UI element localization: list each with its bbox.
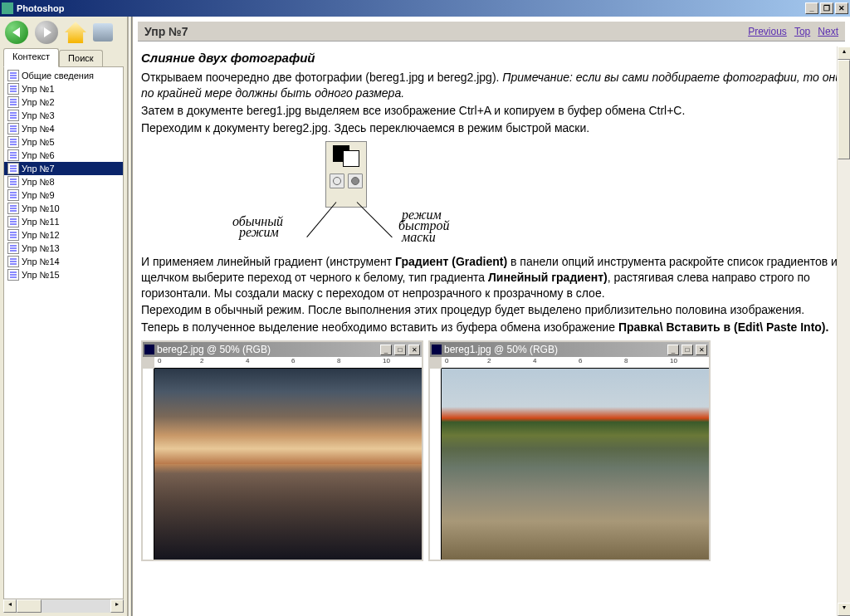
image-bereg2 (154, 369, 422, 560)
tree-item-label: Упр №6 (22, 150, 55, 160)
tree-item-label: Упр №5 (22, 137, 55, 147)
document-icon (7, 110, 19, 121)
close-button[interactable]: ✕ (835, 2, 848, 14)
content-vscrollbar[interactable]: ▴ ▾ (837, 46, 850, 616)
document-icon (7, 216, 19, 227)
restore-button[interactable]: ❐ (820, 2, 833, 14)
document-icon (7, 203, 19, 214)
paragraph: Теперь в полученное выделение необходимо… (141, 320, 842, 335)
document-icon (7, 229, 19, 241)
tree-item-label: Упр №15 (22, 270, 60, 280)
paragraph: Затем в документе bereg1.jpg выделяем вс… (141, 103, 842, 119)
document-icon (7, 189, 19, 201)
tree-item-label: Упр №9 (22, 190, 55, 200)
print-button[interactable] (93, 23, 113, 42)
quickmask-mode-icon (348, 174, 363, 188)
tree-item-label: Упр №12 (22, 230, 60, 240)
navigation-pane: Контекст Поиск Общие сведенияУпр №1Упр №… (0, 17, 129, 616)
document-icon (7, 123, 19, 134)
forward-button[interactable] (35, 21, 58, 44)
link-previous[interactable]: Previous (748, 26, 787, 37)
tree-item[interactable]: Упр №11 (4, 215, 123, 228)
tree-item[interactable]: Упр №6 (4, 149, 123, 162)
tab-search[interactable]: Поиск (59, 50, 102, 66)
ps-doc-icon (432, 345, 442, 354)
ps-minimize-icon: _ (380, 345, 392, 355)
label-quickmask-mode: режим быстрой маски (398, 209, 450, 243)
tree-item-label: Упр №10 (22, 203, 60, 213)
app-icon (2, 2, 13, 14)
document-icon (7, 269, 19, 281)
document-icon (7, 176, 19, 188)
minimize-button[interactable]: _ (805, 2, 818, 14)
tree-item[interactable]: Упр №12 (4, 228, 123, 242)
tree-item-label: Упр №8 (22, 177, 55, 187)
scroll-thumb[interactable] (838, 60, 850, 159)
ps-doc-icon (144, 345, 154, 354)
document-icon (7, 83, 19, 95)
tree-item-label: Упр №14 (22, 257, 60, 266)
link-top[interactable]: Top (794, 26, 810, 37)
topic-tree[interactable]: Общие сведенияУпр №1Упр №2Упр №3Упр №4Уп… (3, 66, 124, 599)
tree-item-label: Упр №11 (22, 217, 60, 227)
ps-close-icon: ✕ (408, 345, 420, 355)
content-pane: Упр №7 Previous Top Next Слияние двух фо… (132, 17, 850, 616)
tree-item-label: Упр №2 (22, 97, 55, 107)
scroll-left-button[interactable]: ◂ (3, 599, 17, 613)
scroll-down-button[interactable]: ▾ (838, 603, 850, 616)
ps-window-bereg1: bereg1.jpg @ 50% (RGB) _ □ ✕ 0246810 (428, 340, 711, 561)
tree-item[interactable]: Упр №13 (4, 242, 123, 255)
nav-tabs: Контекст Поиск (0, 48, 127, 66)
quickmask-diagram: обычный режим режим быстрой маски (232, 141, 481, 249)
tree-item[interactable]: Упр №2 (4, 95, 123, 109)
tree-item[interactable]: Упр №9 (4, 188, 123, 202)
tree-item[interactable]: Упр №1 (4, 82, 123, 95)
tab-context[interactable]: Контекст (3, 48, 59, 67)
image-bereg1 (442, 369, 709, 560)
tree-item-label: Упр №1 (22, 84, 55, 94)
scroll-thumb[interactable] (17, 599, 42, 613)
window-titlebar: Photoshop _ ❐ ✕ (0, 0, 850, 17)
scroll-right-button[interactable]: ▸ (110, 599, 124, 613)
tree-hscrollbar[interactable]: ◂ ▸ (3, 599, 124, 613)
window-title: Photoshop (17, 3, 805, 13)
page-title: Упр №7 (144, 25, 743, 38)
nav-toolbar (0, 17, 127, 48)
ruler-vertical (430, 369, 442, 560)
document-icon (7, 163, 19, 174)
tree-item[interactable]: Упр №8 (4, 175, 123, 188)
photoshop-windows-illustration: bereg2.jpg @ 50% (RGB) _ □ ✕ 0246810 (141, 340, 842, 561)
document-icon (7, 96, 19, 108)
tree-item[interactable]: Упр №3 (4, 109, 123, 122)
paragraph: Переходим в обычный режим. После выполне… (141, 302, 842, 318)
paragraph: Открываем поочередно две фотографии (ber… (141, 70, 842, 101)
tree-item[interactable]: Общие сведения (4, 69, 123, 82)
tool-palette-illustration (325, 141, 367, 208)
link-next[interactable]: Next (818, 26, 838, 37)
ruler-vertical (143, 369, 154, 560)
paragraph: И применяем линейный градиент (инструмен… (141, 254, 842, 301)
tree-item[interactable]: Упр №7 (4, 162, 123, 175)
callout-line (357, 202, 393, 237)
standard-mode-icon (330, 174, 344, 188)
tree-item-label: Упр №7 (22, 164, 55, 174)
scroll-up-button[interactable]: ▴ (838, 46, 850, 60)
ps-doc-title: bereg1.jpg @ 50% (RGB) (444, 343, 665, 356)
tree-item[interactable]: Упр №5 (4, 135, 123, 149)
document-icon (7, 256, 19, 267)
article-body: Слияние двух фотографий Открываем поочер… (133, 46, 850, 616)
tree-item[interactable]: Упр №15 (4, 268, 123, 281)
tree-item-label: Упр №4 (22, 124, 55, 134)
tree-item[interactable]: Упр №4 (4, 122, 123, 135)
ruler-horizontal: 0246810 (154, 357, 422, 369)
home-button[interactable] (65, 22, 86, 43)
callout-line (306, 202, 336, 237)
tree-item-label: Общие сведения (22, 71, 94, 81)
document-icon (7, 136, 19, 148)
back-button[interactable] (5, 21, 28, 44)
document-icon (7, 149, 19, 161)
tree-item[interactable]: Упр №14 (4, 255, 123, 268)
content-header: Упр №7 Previous Top Next (138, 22, 845, 42)
tree-item[interactable]: Упр №10 (4, 202, 123, 215)
tree-item-label: Упр №13 (22, 243, 60, 253)
